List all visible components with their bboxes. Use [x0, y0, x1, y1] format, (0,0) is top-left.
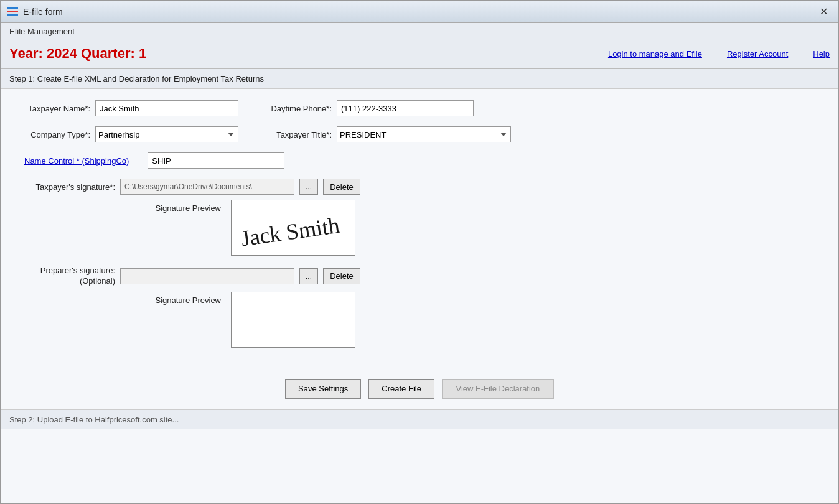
efile-management-label: Efile Management: [9, 27, 75, 36]
header-bar: Year: 2024 Quarter: 1 Login to manage an…: [1, 40, 838, 68]
taxpayer-sig-image: Jack Smith: [234, 203, 352, 253]
preparer-sig-row: Preparer's signature: (Optional) ... Del…: [16, 266, 823, 287]
title-bar-left: E-file form: [7, 7, 63, 17]
company-type-label: Company Type*:: [16, 130, 90, 139]
step1-bar: Step 1: Create E-file XML and Declaratio…: [1, 69, 838, 89]
step2-bar: Step 2: Upload E-file to Halfpricesoft.c…: [1, 409, 838, 429]
close-button[interactable]: ✕: [815, 3, 832, 21]
form-row-1: Taxpayer Name*: Daytime Phone*:: [16, 100, 823, 116]
taxpayer-name-label: Taxpayer Name*:: [16, 104, 90, 113]
content-area: Efile Management Year: 2024 Quarter: 1 L…: [1, 23, 838, 503]
form-area: Taxpayer Name*: Daytime Phone*: Company …: [1, 89, 838, 369]
taxpayer-delete-button[interactable]: Delete: [323, 179, 360, 195]
taxpayer-sig-path-input[interactable]: [120, 179, 294, 195]
taxpayer-sig-preview-label: Signature Preview: [140, 200, 221, 213]
window-title: E-file form: [23, 7, 63, 17]
daytime-phone-group: Daytime Phone*:: [257, 100, 474, 116]
name-control-input[interactable]: [148, 152, 284, 169]
create-file-button[interactable]: Create File: [368, 379, 434, 399]
view-declaration-button: View E-File Declaration: [442, 379, 554, 399]
preparer-sig-preview-label: Signature Preview: [140, 292, 221, 305]
daytime-phone-label: Daytime Phone*:: [257, 104, 332, 113]
company-type-group: Company Type*: Partnerhsip Corporation L…: [16, 126, 238, 142]
company-type-select[interactable]: Partnerhsip Corporation LLC Sole Proprie…: [95, 126, 238, 142]
preparer-sig-preview-row: Signature Preview: [16, 292, 823, 348]
efile-management-bar: Efile Management: [1, 23, 838, 40]
preparer-sig-preview-box: [231, 292, 355, 348]
daytime-phone-input[interactable]: [337, 100, 474, 116]
login-link[interactable]: Login to manage and Efile: [608, 49, 702, 58]
taxpayer-title-select[interactable]: PRESIDENT VICE PRESIDENT TREASURER SECRE…: [337, 126, 511, 142]
help-link[interactable]: Help: [813, 49, 830, 58]
step1-label: Step 1: Create E-file XML and Declaratio…: [9, 74, 264, 83]
name-control-link[interactable]: Name Control * (ShippingCo): [24, 156, 129, 166]
taxpayer-name-group: Taxpayer Name*:: [16, 100, 238, 116]
main-window: E-file form ✕ Efile Management Year: 202…: [0, 0, 839, 504]
app-icon: [7, 7, 18, 16]
taxpayer-sig-preview-box: Jack Smith: [231, 200, 355, 256]
year-quarter-label: Year: 2024 Quarter: 1: [9, 45, 146, 62]
taxpayer-sig-preview-row: Signature Preview Jack Smith: [16, 200, 823, 256]
taxpayer-browse-button[interactable]: ...: [299, 179, 318, 195]
taxpayer-sig-label: Taxpayer's signature*:: [16, 182, 115, 192]
preparer-delete-button[interactable]: Delete: [323, 268, 360, 284]
bottom-buttons-area: Save Settings Create File View E-File De…: [1, 369, 838, 409]
preparer-sig-path-input[interactable]: [120, 268, 294, 284]
name-control-row: Name Control * (ShippingCo): [16, 152, 823, 169]
step2-label: Step 2: Upload E-file to Halfpricesoft.c…: [9, 415, 179, 424]
taxpayer-title-label: Taxpayer Title*:: [257, 130, 332, 139]
register-link[interactable]: Register Account: [727, 49, 788, 58]
form-row-2: Company Type*: Partnerhsip Corporation L…: [16, 126, 823, 142]
svg-text:Jack Smith: Jack Smith: [240, 213, 341, 251]
taxpayer-title-group: Taxpayer Title*: PRESIDENT VICE PRESIDEN…: [257, 126, 511, 142]
taxpayer-name-input[interactable]: [95, 100, 238, 116]
header-links: Login to manage and Efile Register Accou…: [608, 49, 830, 58]
save-settings-button[interactable]: Save Settings: [285, 379, 361, 399]
preparer-sig-label: Preparer's signature: (Optional): [16, 266, 115, 287]
title-bar: E-file form ✕: [1, 1, 838, 23]
preparer-browse-button[interactable]: ...: [299, 268, 318, 284]
taxpayer-sig-row: Taxpayer's signature*: ... Delete: [16, 179, 823, 195]
